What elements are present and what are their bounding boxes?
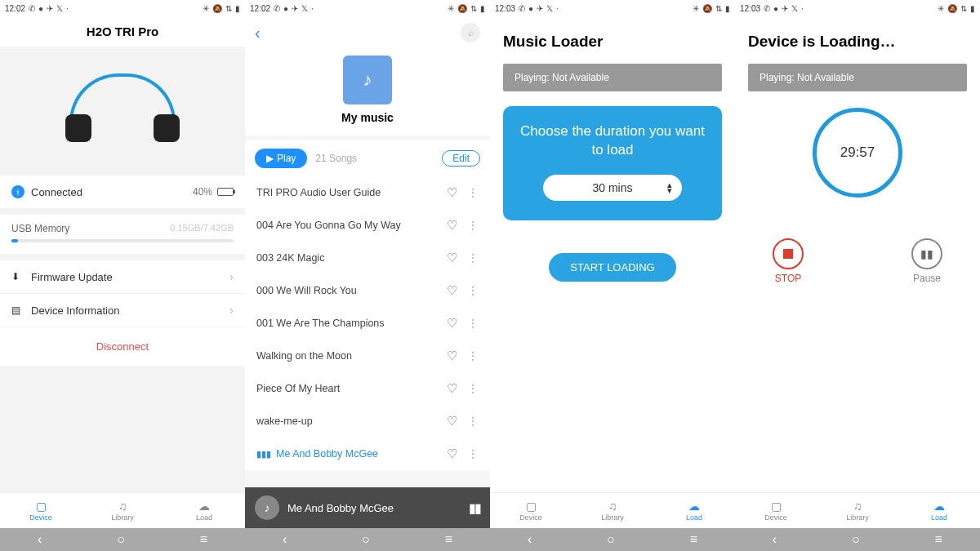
- whatsapp-icon: ✆: [29, 4, 35, 13]
- more-icon[interactable]: ⋮: [467, 219, 479, 232]
- tab-load[interactable]: ☁Load: [653, 493, 735, 528]
- tab-device[interactable]: ▢Device: [490, 493, 572, 528]
- edit-button[interactable]: Edit: [442, 150, 480, 167]
- android-nav-bar: ‹○≡ ‹○≡ ‹○≡ ‹○≡: [0, 528, 980, 551]
- song-row[interactable]: 001 We Are The Champions♡⋮: [245, 307, 490, 340]
- battery-icon: ▮: [235, 4, 240, 13]
- more-icon[interactable]: ⋮: [467, 317, 479, 330]
- timer-ring: 29:57: [813, 108, 902, 198]
- tab-load[interactable]: ☁Load: [898, 493, 980, 528]
- stop-icon: [773, 238, 804, 269]
- nav-recent[interactable]: ≡: [690, 532, 697, 547]
- heart-icon[interactable]: ♡: [447, 414, 457, 429]
- usb-value: 0.15GB/7.42GB: [170, 223, 234, 233]
- start-loading-button[interactable]: START LOADING: [549, 253, 675, 282]
- more-icon[interactable]: ⋮: [467, 251, 479, 264]
- back-button[interactable]: ‹: [255, 24, 261, 42]
- heart-icon[interactable]: ♡: [447, 218, 457, 233]
- pause-button[interactable]: ▮▮: [469, 500, 480, 516]
- battery-percent: 40%: [193, 186, 212, 198]
- bluetooth-icon: ᚼ: [11, 185, 24, 198]
- nav-home[interactable]: ○: [607, 532, 615, 547]
- clock: 12:02: [250, 4, 270, 13]
- music-tile-icon: ♪: [343, 56, 392, 104]
- library-icon: ♫: [118, 500, 127, 513]
- tab-load[interactable]: ☁Load: [163, 493, 245, 528]
- tab-library[interactable]: ♫Library: [82, 493, 163, 528]
- nav-back[interactable]: ‹: [38, 532, 42, 547]
- status-bar: 12:03✆●✈𝕏· ✳🔕⇅▮: [490, 0, 735, 16]
- song-row[interactable]: 003 24K Magic♡⋮: [245, 242, 490, 274]
- disconnect-button[interactable]: Disconnect: [0, 327, 245, 366]
- play-all-button[interactable]: ▶Play: [255, 149, 307, 168]
- heart-icon[interactable]: ♡: [447, 185, 457, 200]
- page-title: Music Loader: [503, 33, 722, 51]
- library-header: ♪ My music: [245, 49, 490, 136]
- tab-device[interactable]: ▢Device: [0, 493, 82, 528]
- more-icon[interactable]: ⋮: [467, 186, 479, 199]
- more-icon[interactable]: ⋮: [467, 284, 479, 297]
- song-list: TRI PRO Audio User Guide♡⋮ 004 Are You G…: [245, 176, 490, 470]
- search-button[interactable]: ⌕: [461, 23, 480, 42]
- nav-home[interactable]: ○: [117, 532, 125, 547]
- now-playing-bar[interactable]: ♪ Me And Bobby McGee ▮▮: [245, 487, 490, 528]
- pause-control[interactable]: ▮▮ Pause: [911, 238, 942, 284]
- updown-icon: ▴▾: [667, 182, 672, 193]
- heart-icon[interactable]: ♡: [447, 251, 457, 265]
- nav-recent[interactable]: ≡: [200, 532, 207, 547]
- tab-library[interactable]: ♫Library: [572, 493, 653, 528]
- nav-recent[interactable]: ≡: [935, 532, 942, 547]
- device-info-label: Device Information: [31, 304, 119, 317]
- tab-device[interactable]: ▢Device: [735, 493, 817, 528]
- bottom-tabs: ▢Device ♫Library ☁Load: [0, 492, 245, 528]
- chevron-right-icon: ›: [229, 304, 234, 317]
- song-row[interactable]: TRI PRO Audio User Guide♡⋮: [245, 176, 490, 209]
- nav-recent[interactable]: ≡: [445, 532, 452, 547]
- nav-back[interactable]: ‹: [283, 532, 287, 547]
- playing-banner: Playing: Not Available: [503, 64, 722, 91]
- album-art-icon: ♪: [255, 495, 279, 520]
- heart-icon[interactable]: ♡: [447, 447, 457, 461]
- tab-library[interactable]: ♫Library: [817, 493, 898, 528]
- nav-home[interactable]: ○: [852, 532, 860, 547]
- device-info-row[interactable]: ▤ Device Information ›: [0, 293, 245, 327]
- play-icon: ▶: [266, 153, 274, 164]
- song-row[interactable]: wake-me-up♡⋮: [245, 405, 490, 438]
- page-title: H2O TRI Pro: [0, 16, 245, 47]
- battery-indicator-icon: [217, 188, 234, 196]
- firmware-row[interactable]: ⬇ Firmware Update ›: [0, 260, 245, 293]
- twitter-icon: 𝕏: [56, 4, 63, 13]
- usb-memory-row: USB Memory 0.15GB/7.42GB: [0, 215, 245, 254]
- screen-library: 12:02✆●✈𝕏· ✳🔕⇅▮ ‹ ⌕ ♪ My music ▶Play 21 …: [245, 0, 490, 528]
- song-row[interactable]: Piece Of My Heart♡⋮: [245, 372, 490, 405]
- more-icon[interactable]: ⋮: [467, 349, 479, 362]
- more-icon[interactable]: ⋮: [467, 415, 479, 428]
- more-icon[interactable]: ⋮: [467, 382, 479, 395]
- library-title: My music: [341, 111, 394, 124]
- connection-row[interactable]: ᚼ Connected 40%: [0, 176, 245, 208]
- heart-icon[interactable]: ♡: [447, 349, 457, 363]
- song-row-playing[interactable]: ▮▮▮Me And Bobby McGee♡⋮: [245, 438, 490, 470]
- clock: 12:03: [740, 4, 760, 13]
- heart-icon[interactable]: ♡: [447, 283, 457, 298]
- duration-value: 30 mins: [592, 181, 632, 194]
- song-count: 21 Songs: [315, 153, 357, 164]
- status-bar: 12:02✆●✈𝕏· ✳🔕⇅▮: [0, 0, 245, 16]
- dot-icon: ·: [66, 4, 69, 13]
- song-row[interactable]: Walking on the Moon♡⋮: [245, 340, 490, 372]
- song-row[interactable]: 000 We Will Rock You♡⋮: [245, 274, 490, 307]
- library-icon: ♫: [608, 500, 617, 513]
- stop-control[interactable]: STOP: [773, 238, 804, 284]
- heart-icon[interactable]: ♡: [447, 381, 457, 396]
- duration-dropdown[interactable]: 30 mins ▴▾: [543, 175, 682, 201]
- nav-back[interactable]: ‹: [528, 532, 532, 547]
- device-icon: ▢: [771, 500, 782, 513]
- song-row[interactable]: 004 Are You Gonna Go My Way♡⋮: [245, 209, 490, 242]
- heart-icon[interactable]: ♡: [447, 316, 457, 331]
- duration-card: Choose the duration you want to load 30 …: [503, 106, 722, 220]
- nav-home[interactable]: ○: [362, 532, 370, 547]
- nav-back[interactable]: ‹: [773, 532, 777, 547]
- pause-label: Pause: [913, 273, 941, 284]
- now-playing-title: Me And Bobby McGee: [287, 502, 394, 514]
- more-icon[interactable]: ⋮: [467, 447, 479, 460]
